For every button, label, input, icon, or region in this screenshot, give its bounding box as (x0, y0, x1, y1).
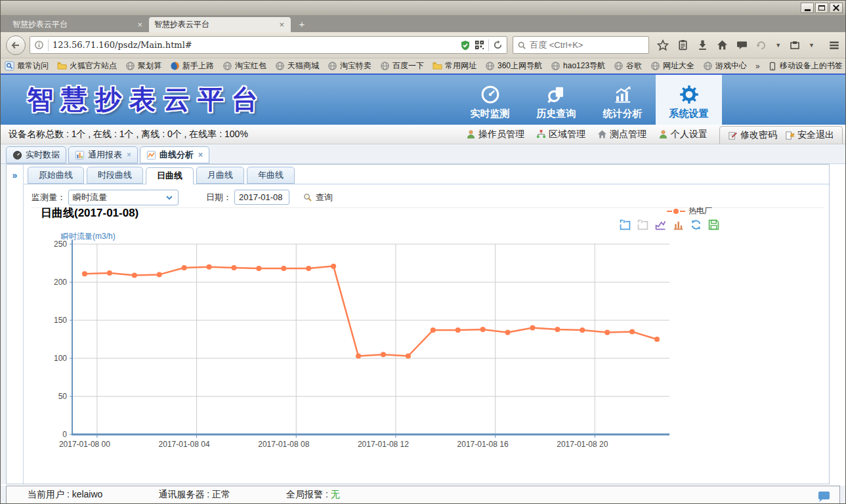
undo-icon[interactable] (756, 40, 767, 51)
folder-icon (57, 61, 67, 71)
bookmark-item[interactable]: 最常访问 (5, 60, 49, 72)
bookmark-item[interactable]: 聚划算 (125, 60, 161, 72)
qr-code-icon[interactable] (475, 40, 484, 50)
collapse-chevron-icon[interactable]: » (12, 170, 18, 484)
tab-realtime-data[interactable]: 实时数据 (6, 146, 66, 163)
message-bubble-icon[interactable] (817, 490, 830, 503)
save-image-icon[interactable] (708, 219, 719, 230)
link-personal-settings[interactable]: 个人设置 (658, 129, 708, 140)
current-user-label: 当前用户 : (28, 489, 72, 499)
url-text[interactable]: 123.56.71.160/psdz/Main.html# (53, 40, 460, 50)
home-icon[interactable] (717, 39, 728, 51)
globe-icon (551, 61, 560, 71)
tab-curve-analysis[interactable]: 曲线分析 × (140, 146, 209, 163)
back-arrow-icon (12, 42, 19, 48)
tab-general-report[interactable]: 通用报表 × (68, 146, 138, 163)
edit-icon (728, 131, 738, 140)
gear-icon (679, 85, 699, 104)
nav-item-history-query[interactable]: 历史查询 (523, 75, 589, 125)
tabs-underline (24, 184, 829, 184)
new-tab-button[interactable]: + (293, 18, 310, 31)
globe-icon (703, 61, 713, 71)
area-zoom-icon[interactable] (620, 219, 631, 230)
bookmarks-overflow-chevron[interactable]: » (755, 62, 760, 71)
tab-daily-curve[interactable]: 日曲线 (146, 167, 194, 184)
menu-hamburger-icon[interactable] (828, 39, 840, 51)
nav-item-system-settings[interactable]: 系统设置 (656, 75, 722, 125)
bookmark-item[interactable]: 百度一下 (380, 60, 424, 72)
monitor-select[interactable]: 瞬时流量 (68, 190, 179, 205)
bookmark-item[interactable]: hao123导航 (551, 60, 605, 72)
chevron-down-icon[interactable]: ▼ (775, 42, 781, 49)
bookmark-item[interactable]: 新手上路 (170, 60, 214, 72)
back-button[interactable] (6, 35, 26, 55)
restore-icon[interactable] (690, 219, 702, 230)
browser-tab[interactable]: 智慧抄表云平台 × (7, 17, 149, 32)
switch-line-chart-icon[interactable] (655, 219, 666, 230)
page-tool-icon[interactable] (790, 40, 800, 51)
bookmark-item[interactable]: 天猫商城 (275, 60, 319, 72)
reload-icon[interactable] (493, 40, 503, 50)
security-shield-icon[interactable] (460, 40, 471, 51)
tab-yearly-curve[interactable]: 年曲线 (247, 167, 295, 184)
bookmark-item[interactable]: 谷歌 (614, 60, 642, 72)
query-button[interactable]: 查询 (303, 192, 333, 203)
switch-bar-chart-icon[interactable] (673, 219, 684, 230)
nav-item-stats-analysis[interactable]: 统计分析 (589, 75, 656, 125)
svg-text:100: 100 (54, 354, 67, 363)
close-button[interactable] (830, 3, 843, 13)
maximize-button[interactable] (815, 3, 828, 13)
panel-collapse-strip[interactable]: » (7, 165, 24, 484)
device-summary: 设备名称总数 : 1个 , 在线 : 1个 , 离线 : 0个 , 在线率 : … (9, 129, 248, 140)
window-titlebar (1, 1, 845, 15)
tab-close-icon[interactable]: × (278, 20, 286, 30)
link-operator-management[interactable]: 操作员管理 (466, 129, 524, 140)
info-icon[interactable] (34, 40, 44, 50)
chart-title: 日曲线(2017-01-08) (41, 205, 138, 220)
curve-analysis-panel: 原始曲线 时段曲线 日曲线 月曲线 年曲线 监测量： 瞬时流量 日期： 查询 (24, 165, 829, 484)
tab-close-icon[interactable]: × (198, 150, 203, 159)
change-password-button[interactable]: 修改密码 (728, 129, 777, 141)
mobile-bookmarks[interactable]: 移动设备上的书签 (768, 60, 843, 72)
browser-navbar: 123.56.71.160/psdz/Main.html# ▼ ▼ (1, 32, 845, 58)
date-input[interactable] (234, 190, 289, 205)
downloads-icon[interactable] (697, 39, 708, 51)
tab-close-icon[interactable]: × (127, 150, 131, 159)
svg-text:2017-01-08 04: 2017-01-08 04 (159, 440, 210, 449)
link-region-management[interactable]: 区域管理 (536, 129, 585, 140)
bookmark-item[interactable]: 淘宝红包 (222, 60, 266, 72)
gauge-icon (480, 85, 500, 104)
globe-icon (650, 61, 660, 71)
zoom-reset-icon[interactable] (637, 219, 648, 230)
account-actions: 修改密码 安全退出 (719, 126, 843, 144)
logout-button[interactable]: 安全退出 (785, 129, 834, 141)
folder-icon (433, 61, 442, 71)
bookmark-item[interactable]: 火狐官方站点 (57, 60, 117, 72)
bookmark-item[interactable]: 网址大全 (650, 60, 694, 72)
app-header: 智慧抄表云平台 实时监测 历史查询 统计分析 系统设置 (1, 75, 845, 125)
chevron-down-icon[interactable]: ▼ (809, 42, 814, 49)
bookmark-item[interactable]: 360上网导航 (485, 60, 542, 72)
bookmark-item[interactable]: 游戏中心 (703, 60, 747, 72)
sitemap-icon (536, 129, 546, 139)
search-bar[interactable] (513, 36, 649, 54)
chart-canvas[interactable]: 0501001502002502017-01-08 002017-01-08 0… (50, 237, 680, 455)
status-bar: 当前用户 : kelaiwo 通讯服务器 : 正常 全局报警 : 无 (6, 486, 840, 504)
feedback-icon[interactable] (736, 39, 748, 51)
bookmark-item[interactable]: 淘宝特卖 (328, 60, 371, 72)
bookmark-star-icon[interactable] (657, 39, 669, 51)
nav-item-realtime-monitor[interactable]: 实时监测 (457, 75, 523, 125)
bookmark-item[interactable]: 常用网址 (433, 60, 476, 72)
tab-original-curve[interactable]: 原始曲线 (28, 167, 84, 184)
url-bar[interactable]: 123.56.71.160/psdz/Main.html# (30, 36, 507, 54)
chart-legend[interactable]: 热电厂 (667, 205, 712, 217)
tab-period-curve[interactable]: 时段曲线 (87, 167, 143, 184)
link-point-management[interactable]: 测点管理 (597, 129, 646, 140)
globe-icon (485, 61, 495, 71)
clipboard-icon[interactable] (677, 39, 688, 51)
minimize-button[interactable] (801, 3, 814, 13)
tab-monthly-curve[interactable]: 月曲线 (196, 167, 244, 184)
browser-tab-active[interactable]: 智慧抄表云平台 × (149, 17, 291, 32)
tab-close-icon[interactable]: × (136, 20, 144, 30)
search-input[interactable] (530, 40, 635, 50)
